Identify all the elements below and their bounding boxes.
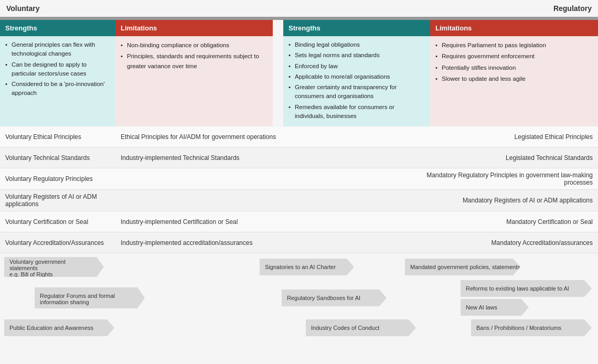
cell-voluntary-accred: Voluntary Accreditation/Assurances — [0, 236, 115, 250]
arrow-row-3: Public Education and Awareness Industry … — [0, 317, 598, 338]
table-section: Voluntary Ethical Principles Ethical Pri… — [0, 126, 598, 253]
arrow-voluntary-gov: Voluntary government statementse.g. Bill… — [4, 257, 104, 277]
arrow-regulator-forums: Regulator Forums and formal information … — [35, 287, 145, 308]
limitations-item-2-1: Requires Parliament to pass legislation — [435, 40, 593, 50]
col-gap-1 — [273, 20, 283, 36]
table-row: Voluntary Registers of AI or ADM applica… — [0, 190, 598, 211]
cell-voluntary-regulatory: Voluntary Regulatory Principles — [0, 172, 115, 186]
strengths-item-2-1: Binding legal obligations — [289, 40, 425, 49]
limitations-header-2: Limitations — [430, 20, 598, 36]
cell-voluntary-technical: Voluntary Technical Standards — [0, 151, 115, 165]
strengths-list-2: Binding legal obligations Sets legal nor… — [289, 40, 425, 121]
strengths-item-2-2: Sets legal norms and standards — [289, 51, 425, 60]
arrow-row-2: Regulator Forums and formal information … — [0, 279, 598, 317]
strengths-item-2-3: Enforced by law — [289, 62, 425, 71]
table-row: Voluntary Technical Standards Industry-i… — [0, 147, 598, 168]
arrow-mandated-gov: Mandated government policies, statements — [405, 259, 520, 275]
table-row: Voluntary Regulatory Principles Mandator… — [0, 168, 598, 190]
arrow-public-education: Public Education and Awareness — [4, 319, 114, 336]
limitations-item-1-2: Principles, standards and requirements s… — [121, 51, 268, 71]
strengths-item-1-3: Considered to be a 'pro-innovation' appr… — [5, 80, 110, 98]
limitations-list-2: Requires Parliament to pass legislation … — [435, 40, 593, 84]
header-regulatory-label: Regulatory — [553, 4, 592, 13]
page-container: Voluntary Regulatory Strengths Limitatio… — [0, 0, 598, 340]
limitations-item-1-1: Non-binding compliance or obligations — [121, 40, 268, 50]
strengths-content-2: Binding legal obligations Sets legal nor… — [283, 36, 430, 126]
bottom-arrows-section: Voluntary government statementse.g. Bill… — [0, 253, 598, 340]
cell-mandatory-cert: Mandatory Certification or Seal — [414, 215, 598, 229]
cell-mandatory-accred: Mandatory Accreditation/assurances — [414, 236, 598, 250]
header-voluntary-label: Voluntary — [6, 4, 40, 13]
strengths-item-2-4: Applicable to more/all organisations — [289, 72, 425, 81]
table-row: Voluntary Certification or Seal Industry… — [0, 211, 598, 232]
columns-header-section: Strengths Limitations Strengths Limitati… — [0, 20, 598, 36]
limitations-content-2: Requires Parliament to pass legislation … — [430, 36, 598, 126]
cell-empty-registers — [115, 197, 414, 204]
cell-ethical-ai: Ethical Principles for AI/ADM for govern… — [115, 130, 414, 144]
cell-voluntary-cert: Voluntary Certification or Seal — [0, 215, 115, 229]
limitations-item-2-2: Requires government enforcement — [435, 51, 593, 61]
strengths-item-1-1: General principles can flex with technol… — [5, 40, 110, 59]
arrow-new-ai-laws: New AI laws — [461, 299, 529, 316]
arrow-regulatory-sandboxes: Regulatory Sandboxes for AI — [282, 290, 387, 306]
header-row: Voluntary Regulatory — [0, 0, 598, 17]
cell-mandatory-registers: Mandatory Registers of AI or ADM applica… — [414, 194, 598, 207]
limitations-list-1: Non-binding compliance or obligations Pr… — [121, 40, 268, 71]
arrow-row-1: Voluntary government statementse.g. Bill… — [0, 255, 598, 279]
table-row: Voluntary Ethical Principles Ethical Pri… — [0, 126, 598, 147]
strengths-item-2-6: Remedies available for consumers or indi… — [289, 103, 425, 121]
cell-legislated-technical: Legislated Technical Standards — [414, 151, 598, 165]
limitations-item-2-3: Potentially stifles innovation — [435, 63, 593, 72]
table-row: Voluntary Accreditation/Assurances Indus… — [0, 232, 598, 253]
cell-industry-accred: Industry-implemented accreditation/assur… — [115, 236, 414, 250]
limitations-content-1: Non-binding compliance or obligations Pr… — [115, 36, 273, 126]
strengths-content-1: General principles can flex with technol… — [0, 36, 115, 126]
content-gap — [273, 36, 283, 126]
strengths-header-2: Strengths — [283, 20, 430, 36]
arrow-industry-codes: Industry Codes of Conduct — [306, 319, 416, 336]
cell-mandatory-regulatory: Mandatory Regulatory Principles in gover… — [414, 168, 598, 189]
arrow-signatories: Signatories to an AI Charter — [260, 259, 354, 275]
strengths-item-1-2: Can be designed to apply to particular s… — [5, 60, 110, 79]
strengths-item-2-5: Greater certainty and transparency for c… — [289, 83, 425, 101]
limitations-header-1: Limitations — [115, 20, 273, 36]
strengths-list-1: General principles can flex with technol… — [5, 40, 110, 98]
cell-legislated-ethical: Legislated Ethical Principles — [414, 130, 598, 144]
arrow-reforms: Reforms to existing laws applicable to A… — [461, 280, 592, 297]
cell-industry-technical: Industry-implemented Technical Standards — [115, 151, 414, 165]
arrow-bans: Bans / Prohibitions / Moratoriums — [471, 319, 592, 336]
content-boxes-section: General principles can flex with technol… — [0, 36, 598, 126]
limitations-item-2-4: Slower to update and less agile — [435, 74, 593, 83]
strengths-header-1: Strengths — [0, 20, 115, 36]
cell-industry-cert: Industry-implemented Certification or Se… — [115, 215, 414, 229]
cell-voluntary-registers: Voluntary Registers of AI or ADM applica… — [0, 190, 115, 211]
cell-voluntary-ethical: Voluntary Ethical Principles — [0, 130, 115, 144]
cell-empty-regulatory — [115, 176, 414, 182]
